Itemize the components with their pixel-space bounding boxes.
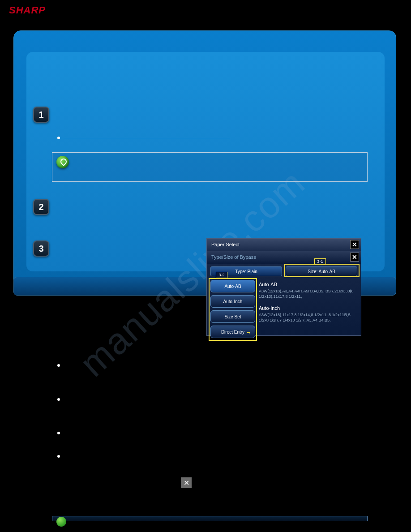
direct-entry-label: Direct Entry [221, 330, 244, 335]
callout-31-label: 3-1 [314, 258, 326, 265]
bullet [57, 432, 60, 434]
step-3-badge: 3 [33, 240, 49, 257]
auto-ab-heading: Auto-AB [259, 282, 357, 287]
info-box [52, 152, 368, 182]
direct-entry-button[interactable]: Direct Entry ➡ [210, 326, 255, 338]
auto-inch-sizes: A3W(12x18),11x17,8 1/2x14,8 1/2x11, 8 1/… [259, 313, 357, 323]
link-underline[interactable] [64, 139, 230, 139]
close-icon-sub[interactable]: ✕ [350, 253, 359, 262]
bullet [57, 455, 60, 458]
brand-logo: SHARP [9, 4, 46, 16]
auto-inch-button[interactable]: Auto-Inch [210, 295, 255, 308]
dialog-subtitle-bar: Type/Size of Bypass ✕ [207, 251, 361, 264]
bullet [57, 137, 60, 139]
tip-icon [56, 156, 69, 168]
size-button[interactable]: Size: Auto-AB [286, 266, 357, 276]
arrow-right-icon: ➡ [247, 330, 252, 334]
bullet [57, 364, 60, 367]
step-1-badge: 1 [33, 107, 49, 123]
callout-32-label: 3-2 [216, 272, 227, 278]
auto-ab-sizes: A3W(12x18),A3,A4,A4R,A5R,B4,B5, B5R,216x… [259, 289, 357, 299]
step-2-badge: 2 [33, 199, 49, 215]
auto-inch-heading: Auto-Inch [259, 305, 357, 311]
paper-select-dialog: Paper Select ✕ Type/Size of Bypass ✕ Typ… [206, 238, 361, 336]
auto-ab-button[interactable]: Auto-AB [210, 280, 255, 292]
dialog-subtitle: Type/Size of Bypass [211, 254, 256, 260]
bullet [57, 398, 60, 401]
bottom-info-box [52, 516, 368, 521]
size-set-button[interactable]: Size Set [210, 310, 255, 323]
tip-icon-bottom [56, 517, 66, 527]
page-close-icon[interactable]: ✕ [181, 477, 192, 488]
dialog-title: Paper Select [211, 242, 240, 247]
close-icon[interactable]: ✕ [350, 240, 359, 249]
dialog-title-bar: Paper Select ✕ [207, 239, 361, 251]
